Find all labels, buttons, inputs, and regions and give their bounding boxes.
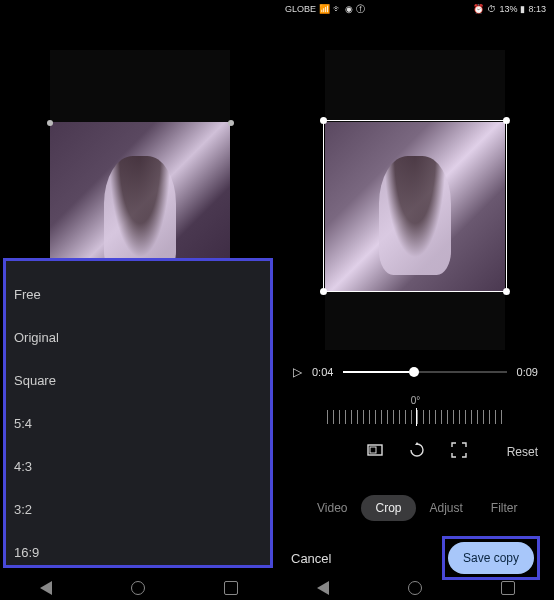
rotation-ruler[interactable] (327, 410, 504, 424)
tab-adjust[interactable]: Adjust (416, 495, 477, 521)
svg-rect-1 (370, 447, 376, 453)
crop-handle-bottom-left[interactable] (320, 288, 327, 295)
aspect-option-original[interactable]: Original (14, 316, 262, 359)
battery-icon: ▮ (520, 4, 525, 14)
nav-recent-icon[interactable] (224, 581, 238, 595)
clock-time: 8:13 (528, 4, 546, 14)
video-controls: ▷ 0:04 0:09 (293, 365, 538, 379)
nav-recent-icon[interactable] (501, 581, 515, 595)
status-bar: GLOBE 📶 ᯤ ◉ ⓕ ⏰ ⏱ 13% ▮ 8:13 (277, 0, 554, 18)
rotate-icon[interactable] (409, 442, 425, 461)
alarm-icon: ⏰ (473, 4, 484, 14)
facebook-icon: ⓕ (356, 3, 365, 16)
tab-crop[interactable]: Crop (361, 495, 415, 521)
crop-tools-row: Reset (293, 442, 538, 461)
navigation-bar-right (277, 576, 554, 600)
aspect-ratio-icon[interactable] (367, 442, 383, 461)
aspect-option-square[interactable]: Square (14, 359, 262, 402)
nav-home-icon[interactable] (131, 581, 145, 595)
nav-back-icon[interactable] (317, 581, 329, 595)
battery-percent: 13% (499, 4, 517, 14)
aspect-option-3-2[interactable]: 3:2 (14, 488, 262, 531)
video-progress-bar[interactable] (343, 371, 506, 373)
rotation-angle-label: 0° (277, 395, 554, 406)
carrier-label: GLOBE (285, 4, 316, 14)
edit-tabs: Video Crop Adjust Filter (277, 495, 554, 521)
tab-video[interactable]: Video (303, 495, 361, 521)
wifi-icon: ᯤ (333, 4, 342, 14)
save-button-highlight: Save copy (442, 536, 540, 580)
aspect-option-5-4[interactable]: 5:4 (14, 402, 262, 445)
nav-back-icon[interactable] (40, 581, 52, 595)
signal-icon: 📶 (319, 4, 330, 14)
current-time: 0:04 (312, 366, 333, 378)
expand-icon[interactable] (451, 442, 467, 461)
total-time: 0:09 (517, 366, 538, 378)
crop-handle-top-left[interactable] (320, 117, 327, 124)
play-icon[interactable]: ▷ (293, 365, 302, 379)
aspect-ratio-menu: Free Original Square 5:4 4:3 3:2 16:9 (3, 258, 273, 568)
aspect-option-16-9[interactable]: 16:9 (14, 531, 262, 574)
nav-home-icon[interactable] (408, 581, 422, 595)
aspect-option-4-3[interactable]: 4:3 (14, 445, 262, 488)
action-row: Cancel Save copy (277, 536, 554, 580)
aspect-option-free[interactable]: Free (14, 273, 262, 316)
progress-thumb[interactable] (409, 367, 419, 377)
crop-frame[interactable] (323, 120, 507, 292)
cancel-button[interactable]: Cancel (291, 551, 331, 566)
alarm2-icon: ⏱ (487, 4, 496, 14)
crop-handle-bottom-right[interactable] (503, 288, 510, 295)
reset-button[interactable]: Reset (507, 445, 538, 459)
save-copy-button[interactable]: Save copy (448, 542, 534, 574)
navigation-bar-left (0, 576, 277, 600)
tab-filter[interactable]: Filter (477, 495, 532, 521)
screen-right-editor: GLOBE 📶 ᯤ ◉ ⓕ ⏰ ⏱ 13% ▮ 8:13 ▷ 0:04 0 (277, 0, 554, 600)
messenger-icon: ◉ (345, 4, 353, 14)
crop-handle-top-right[interactable] (503, 117, 510, 124)
screen-left-aspect-menu: Free Original Square 5:4 4:3 3:2 16:9 (0, 0, 277, 600)
